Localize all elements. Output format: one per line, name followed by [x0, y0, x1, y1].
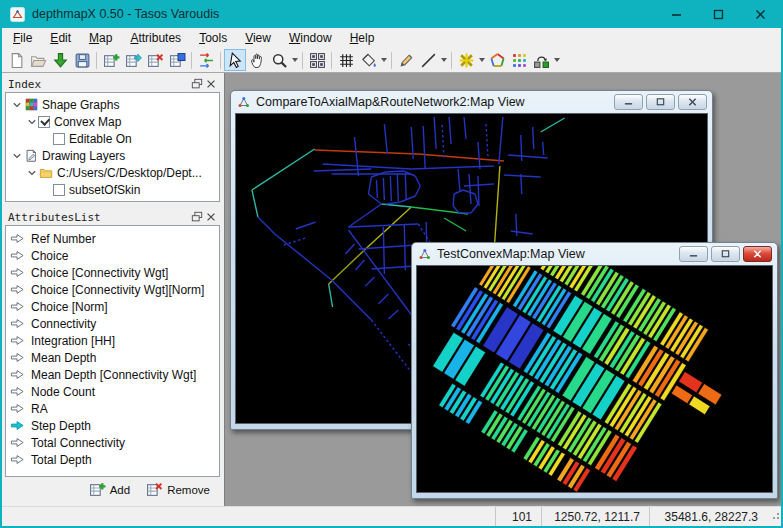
index-float-icon[interactable]	[190, 78, 204, 91]
toolbar-button-open-icon[interactable]	[27, 49, 49, 71]
attribute-item-total-connectivity[interactable]: Total Connectivity	[6, 434, 219, 451]
add-button[interactable]: Add	[89, 481, 130, 500]
toolbar-button-point-grid-icon[interactable]	[508, 49, 530, 71]
toolbar-button-pencil-icon[interactable]	[395, 49, 417, 71]
maximize-icon[interactable]	[697, 0, 739, 28]
menu-item-window[interactable]: Window	[280, 29, 341, 47]
attribute-item-ref-number[interactable]: Ref Number	[6, 230, 219, 247]
attributes-list: Ref NumberChoiceChoice [Connectivity Wgt…	[5, 225, 220, 477]
attribute-label: RA	[31, 402, 48, 416]
toolbar-button-fill-icon[interactable]	[357, 49, 379, 71]
attr-arrow-icon	[10, 384, 27, 399]
tree-row-shape-graphs[interactable]: Shape Graphs	[6, 96, 219, 113]
attribute-item-choice-connectivity-wgt-[interactable]: Choice [Connectivity Wgt]	[6, 264, 219, 281]
axial-close-icon[interactable]	[678, 94, 707, 110]
convex-minimize-icon[interactable]	[679, 246, 708, 262]
menu-item-file[interactable]: File	[4, 29, 41, 47]
toolbar-button-step-depth-icon[interactable]	[530, 49, 552, 71]
attribute-label: Connectivity	[31, 317, 96, 331]
attr-arrow-icon	[10, 333, 27, 348]
attributes-float-icon[interactable]	[190, 211, 204, 224]
toolbar-button-new-file-icon[interactable]	[5, 49, 27, 71]
attribute-item-choice-connectivity-wgt-norm-[interactable]: Choice [Connectivity Wgt][Norm]	[6, 281, 219, 298]
axial-window-titlebar[interactable]: CompareToAxialMap&RouteNetwork2:Map View	[231, 91, 712, 113]
toolbar-dropdown-line-icon[interactable]	[439, 49, 448, 71]
toolbar-dropdown-zoom-icon[interactable]	[290, 49, 299, 71]
axial-restore-icon[interactable]	[646, 94, 675, 110]
attr-arrow-icon	[10, 401, 27, 416]
toolbar-button-attribute-summary-icon[interactable]	[195, 49, 217, 71]
toolbar-button-select-icon[interactable]	[224, 49, 246, 71]
close-icon[interactable]	[739, 0, 781, 28]
toolbar-dropdown-step-depth-icon[interactable]	[552, 49, 561, 71]
attribute-item-choice[interactable]: Choice	[6, 247, 219, 264]
checkbox[interactable]	[38, 116, 50, 128]
tree-row-c-users-c-desktop-dept-[interactable]: C:/Users/C/Desktop/Dept...	[6, 164, 219, 181]
checkbox[interactable]	[53, 184, 65, 196]
attribute-item-connectivity[interactable]: Connectivity	[6, 315, 219, 332]
toolbar-separator	[451, 52, 452, 69]
attr-arrow-icon	[10, 350, 27, 365]
index-close-icon[interactable]	[204, 78, 218, 91]
attr-arrow-icon	[10, 248, 27, 263]
toolbar-button-windows-icon[interactable]	[306, 49, 328, 71]
attribute-item-mean-depth-connectivity-wgt-[interactable]: Mean Depth [Connectivity Wgt]	[6, 366, 219, 383]
tree-row-convex-map[interactable]: Convex Map	[6, 113, 219, 130]
axial-minimize-icon[interactable]	[614, 94, 643, 110]
attribute-label: Step Depth	[31, 419, 91, 433]
toolbar-button-pan-icon[interactable]	[246, 49, 268, 71]
index-tree: Shape GraphsConvex MapEditable OnDrawing…	[5, 92, 220, 202]
menu-item-tools[interactable]: Tools	[190, 29, 236, 47]
toolbar-button-map-import-icon[interactable]	[122, 49, 144, 71]
toolbar-button-map-remove-icon[interactable]	[144, 49, 166, 71]
menu-item-attributes[interactable]: Attributes	[121, 29, 190, 47]
tree-label: Drawing Layers	[42, 149, 125, 163]
toolbar-separator	[191, 52, 192, 69]
chevron-down-icon[interactable]	[25, 168, 38, 178]
toolbar-dropdown-axial-map-icon[interactable]	[477, 49, 486, 71]
attribute-label: Ref Number	[31, 232, 96, 246]
mdi-window-convex[interactable]: TestConvexMap:Map View	[411, 242, 778, 499]
chevron-down-icon[interactable]	[10, 151, 23, 161]
menu-item-view[interactable]: View	[236, 29, 280, 47]
toolbar-separator	[391, 52, 392, 69]
menu-item-help[interactable]: Help	[341, 29, 384, 47]
mdi-area: CompareToAxialMap&RouteNetwork2:Map View…	[224, 73, 781, 506]
toolbar-button-polygon-icon[interactable]	[486, 49, 508, 71]
resize-grip[interactable]	[767, 507, 781, 526]
convex-restore-icon[interactable]	[711, 246, 740, 262]
attribute-label: Choice [Connectivity Wgt][Norm]	[31, 283, 204, 297]
remove-button[interactable]: Remove	[146, 481, 210, 500]
convex-close-icon[interactable]	[743, 246, 772, 262]
attribute-item-node-count[interactable]: Node Count	[6, 383, 219, 400]
toolbar-button-import-icon[interactable]	[49, 49, 71, 71]
menu-item-edit[interactable]: Edit	[41, 29, 80, 47]
attribute-item-ra[interactable]: RA	[6, 400, 219, 417]
tree-row-editable-on[interactable]: Editable On	[6, 130, 219, 147]
attributes-close-icon[interactable]	[204, 211, 218, 224]
toolbar-button-line-icon[interactable]	[417, 49, 439, 71]
tree-row-subsetofskin[interactable]: subsetOfSkin	[6, 181, 219, 198]
toolbar-button-map-convert-icon[interactable]	[166, 49, 188, 71]
add-button-label: Add	[110, 484, 130, 496]
attribute-item-choice-norm-[interactable]: Choice [Norm]	[6, 298, 219, 315]
toolbar-button-save-icon[interactable]	[71, 49, 93, 71]
checkbox[interactable]	[53, 133, 65, 145]
attribute-item-integration-hh-[interactable]: Integration [HH]	[6, 332, 219, 349]
convex-window-titlebar[interactable]: TestConvexMap:Map View	[412, 243, 777, 265]
menu-item-map[interactable]: Map	[80, 29, 121, 47]
minimize-icon[interactable]	[655, 0, 697, 28]
toolbar-dropdown-fill-icon[interactable]	[379, 49, 388, 71]
toolbar-button-map-new-icon[interactable]	[100, 49, 122, 71]
chevron-down-icon[interactable]	[10, 100, 23, 110]
attribute-item-total-depth[interactable]: Total Depth	[6, 451, 219, 468]
tree-row-drawing-layers[interactable]: Drawing Layers	[6, 147, 219, 164]
chevron-down-icon[interactable]	[25, 117, 38, 127]
status-bar: 101 1250.72, 1211.7 35481.6, 28227.3	[2, 506, 781, 526]
attribute-item-step-depth[interactable]: Step Depth	[6, 417, 219, 434]
convex-map-canvas[interactable]	[416, 265, 773, 493]
attribute-item-mean-depth[interactable]: Mean Depth	[6, 349, 219, 366]
toolbar-button-zoom-icon[interactable]	[268, 49, 290, 71]
toolbar-button-axial-map-icon[interactable]	[455, 49, 477, 71]
toolbar-button-grid-icon[interactable]	[335, 49, 357, 71]
